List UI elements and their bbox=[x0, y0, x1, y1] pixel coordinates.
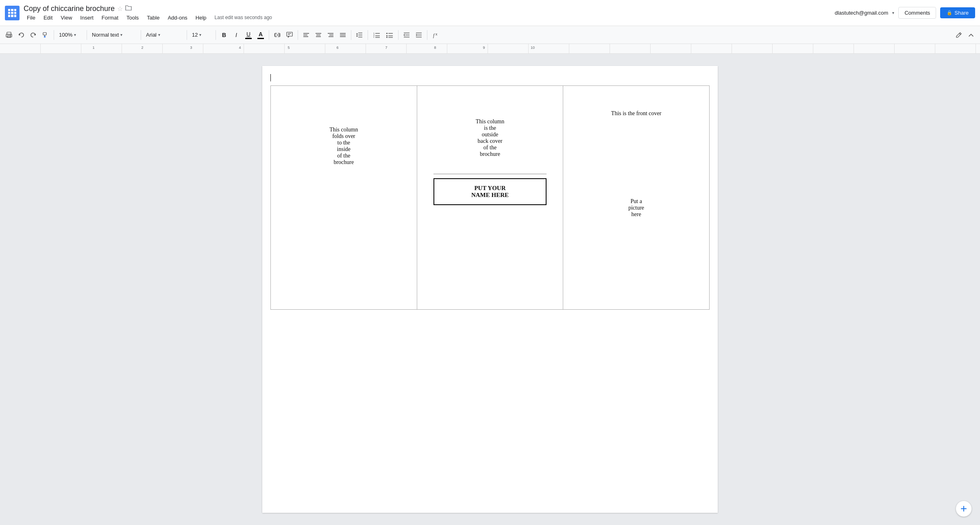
ruler-num-2: 2 bbox=[118, 46, 167, 50]
menu-insert[interactable]: Insert bbox=[77, 14, 97, 22]
bold-button[interactable]: B bbox=[218, 29, 230, 41]
align-left-button[interactable] bbox=[301, 29, 312, 41]
font-size-value: 12 bbox=[192, 32, 198, 38]
svg-rect-4 bbox=[43, 33, 46, 35]
star-icon[interactable]: ☆ bbox=[117, 5, 123, 13]
smart-compose-button[interactable] bbox=[956, 501, 972, 517]
zoom-arrow: ▾ bbox=[74, 33, 76, 37]
font-dropdown[interactable]: Arial ▾ bbox=[144, 29, 184, 41]
ruler-num-6: 6 bbox=[313, 46, 362, 50]
col3-top-text: This is the front cover bbox=[611, 110, 662, 116]
share-label: Share bbox=[954, 10, 969, 16]
separator-6 bbox=[269, 30, 269, 40]
underline-label: U bbox=[246, 31, 250, 37]
share-button[interactable]: 🔒 Share bbox=[940, 7, 975, 18]
redo-button[interactable] bbox=[28, 29, 39, 41]
svg-text:x: x bbox=[436, 32, 438, 36]
menu-help[interactable]: Help bbox=[192, 14, 210, 22]
separator-9 bbox=[368, 30, 368, 40]
table-row: This column folds over to the inside of … bbox=[271, 86, 710, 310]
text-cursor bbox=[270, 74, 271, 81]
text-color-button[interactable]: A bbox=[255, 29, 266, 41]
separator-3 bbox=[141, 30, 141, 40]
text-color-label: A bbox=[259, 31, 263, 37]
col1-text: This column folds over to the inside of … bbox=[279, 94, 409, 166]
col3-picture-text: Put a picture here bbox=[628, 198, 644, 217]
ordered-list-button[interactable]: 1.2.3. bbox=[370, 29, 383, 41]
table-col-1[interactable]: This column folds over to the inside of … bbox=[271, 86, 417, 310]
size-dropdown[interactable]: 12 ▾ bbox=[189, 29, 213, 41]
pen-color-button[interactable] bbox=[953, 29, 965, 41]
bullet-list-button[interactable] bbox=[383, 29, 396, 41]
col3-front-cover: This is the front cover bbox=[571, 94, 701, 117]
svg-point-32 bbox=[386, 35, 388, 36]
formula-button[interactable]: fx bbox=[430, 29, 442, 41]
brochure-table[interactable]: This column folds over to the inside of … bbox=[270, 85, 710, 310]
text-color-bar bbox=[257, 38, 264, 39]
separator-10 bbox=[398, 30, 399, 40]
size-arrow: ▾ bbox=[199, 33, 201, 37]
name-box-text: PUT YOUR NAME HERE bbox=[471, 185, 509, 198]
separator-11 bbox=[427, 30, 427, 40]
style-value: Normal text bbox=[92, 32, 119, 38]
svg-rect-6 bbox=[287, 32, 292, 36]
separator-4 bbox=[187, 30, 187, 40]
print-button[interactable] bbox=[3, 29, 15, 41]
ruler-numbers: 1 2 3 4 5 6 7 8 9 10 bbox=[69, 46, 557, 50]
user-dropdown-arrow[interactable]: ▾ bbox=[892, 11, 894, 15]
app-icon[interactable] bbox=[5, 6, 20, 20]
folder-icon[interactable] bbox=[125, 4, 132, 13]
doc-title[interactable]: Copy of chiccarine brochure bbox=[24, 4, 115, 13]
ruler-num-8: 8 bbox=[411, 46, 460, 50]
indent-more-button[interactable] bbox=[413, 29, 425, 41]
col2-label: This column is the outside back cover of… bbox=[476, 118, 504, 157]
comments-button[interactable]: Comments bbox=[898, 7, 936, 19]
separator-1 bbox=[54, 30, 54, 40]
separator-7 bbox=[298, 30, 298, 40]
top-bar: Copy of chiccarine brochure ☆ File Edit … bbox=[0, 0, 980, 26]
align-center-button[interactable] bbox=[313, 29, 324, 41]
ruler-num-9: 9 bbox=[460, 46, 508, 50]
ruler-num-5: 5 bbox=[264, 46, 313, 50]
menu-addons[interactable]: Add-ons bbox=[164, 14, 190, 22]
col2-divider bbox=[433, 174, 547, 174]
underline-button[interactable]: U bbox=[243, 29, 254, 41]
separator-8 bbox=[351, 30, 351, 40]
table-col-3[interactable]: This is the front cover Put a picture he… bbox=[563, 86, 710, 310]
svg-text:3.: 3. bbox=[373, 36, 375, 38]
indent-less-button[interactable] bbox=[401, 29, 412, 41]
ruler-num-4: 4 bbox=[216, 46, 264, 50]
doc-title-area: Copy of chiccarine brochure ☆ File Edit … bbox=[24, 4, 835, 22]
table-col-2[interactable]: This column is the outside back cover of… bbox=[417, 86, 563, 310]
zoom-value: 100% bbox=[59, 32, 72, 38]
cursor bbox=[270, 74, 710, 85]
name-box[interactable]: PUT YOUR NAME HERE bbox=[433, 178, 547, 205]
link-button[interactable] bbox=[272, 29, 283, 41]
menu-tools[interactable]: Tools bbox=[123, 14, 142, 22]
menu-table[interactable]: Table bbox=[144, 14, 163, 22]
comment-inline-button[interactable] bbox=[284, 29, 295, 41]
top-right: dlastutech@gmail.com ▾ Comments 🔒 Share bbox=[835, 7, 975, 19]
svg-point-3 bbox=[10, 35, 11, 36]
undo-button[interactable] bbox=[15, 29, 27, 41]
collapse-toolbar-button[interactable] bbox=[965, 29, 977, 41]
menu-format[interactable]: Format bbox=[98, 14, 122, 22]
svg-point-30 bbox=[386, 33, 388, 34]
align-justify-button[interactable] bbox=[337, 29, 348, 41]
zoom-dropdown[interactable]: 100% ▾ bbox=[57, 29, 84, 41]
menu-file[interactable]: File bbox=[24, 14, 39, 22]
menu-view[interactable]: View bbox=[57, 14, 75, 22]
italic-button[interactable]: I bbox=[231, 29, 242, 41]
separator-2 bbox=[87, 30, 87, 40]
style-dropdown[interactable]: Normal text ▾ bbox=[89, 29, 138, 41]
main-area[interactable]: This column folds over to the inside of … bbox=[0, 54, 980, 525]
paint-format-button[interactable] bbox=[40, 29, 51, 41]
doc-page[interactable]: This column folds over to the inside of … bbox=[262, 66, 718, 513]
ruler: 1 2 3 4 5 6 7 8 9 10 bbox=[0, 44, 980, 54]
user-email[interactable]: dlastutech@gmail.com bbox=[835, 10, 889, 16]
lock-icon: 🔒 bbox=[947, 10, 952, 15]
align-right-button[interactable] bbox=[325, 29, 336, 41]
line-spacing-button[interactable] bbox=[354, 29, 365, 41]
col1-label: This column folds over to the inside of … bbox=[329, 127, 358, 165]
menu-edit[interactable]: Edit bbox=[40, 14, 56, 22]
